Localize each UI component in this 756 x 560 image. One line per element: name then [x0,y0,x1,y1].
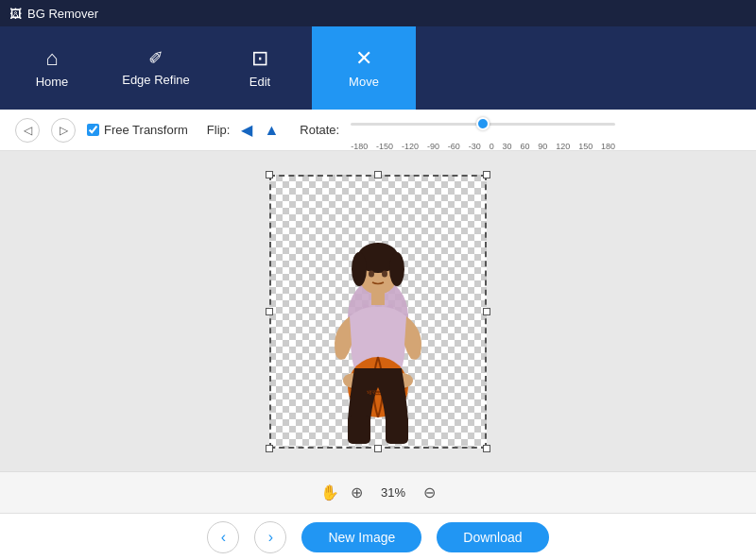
tool-home-label: Home [36,75,69,89]
rotate-slider[interactable] [351,123,615,126]
undo-button[interactable]: ◁ [15,118,40,143]
tool-edge-refine-label: Edge Refine [122,73,190,87]
status-bar: ✋ ⊕ 31% ⊖ [0,471,756,513]
prev-icon: ‹ [221,529,226,546]
handle-top-mid[interactable] [374,171,382,178]
download-button[interactable]: Download [437,522,548,552]
edit-icon: ⊡ [251,48,268,69]
app-title: BG Remover [27,7,98,21]
canvas-area[interactable]: भारत [0,151,756,471]
svg-point-6 [382,270,387,277]
svg-rect-11 [348,416,370,444]
handle-mid-right[interactable] [483,308,490,315]
prev-image-button[interactable]: ‹ [207,521,239,553]
flip-label: Flip: [207,123,231,137]
next-icon: › [268,529,273,546]
zoom-out-icon[interactable]: ⊖ [423,484,436,501]
handle-bottom-left[interactable] [266,445,273,452]
redo-button[interactable]: ▷ [51,118,76,143]
free-transform-checkbox[interactable] [87,124,99,136]
main-content: ◁ ▷ Free Transform Flip: ◀ ▲ Rotate: -18… [0,110,756,560]
handle-mid-left[interactable] [266,308,273,315]
rotate-ruler: -180 -150 -120 -90 -60 -30 0 30 60 90 12… [351,119,615,142]
tool-move-label: Move [349,75,379,89]
free-transform-toggle[interactable]: Free Transform [87,123,188,137]
title-bar: 🖼 BG Remover [0,0,756,26]
tool-move[interactable]: ✕ Move [312,26,416,110]
move-icon: ✕ [355,48,372,69]
flip-vertical-button[interactable]: ▲ [264,122,279,139]
toolbar: ⌂ Home ✐ Edge Refine ⊡ Edit ✕ Move [0,26,756,110]
edge-refine-icon: ✐ [148,49,163,67]
handle-top-left[interactable] [266,171,273,178]
svg-point-3 [352,252,367,286]
bottom-bar: ‹ › New Image Download [0,513,756,560]
image-canvas[interactable]: भारत [269,175,487,449]
handle-top-right[interactable] [483,171,490,178]
next-image-button[interactable]: › [254,521,286,553]
zoom-in-icon[interactable]: ⊕ [351,484,363,501]
tool-edit-label: Edit [249,75,270,89]
svg-text:भारत: भारत [367,389,380,396]
free-transform-label: Free Transform [104,123,188,137]
svg-rect-7 [371,292,385,305]
rotate-label: Rotate: [300,123,339,137]
tool-edit[interactable]: ⊡ Edit [208,26,312,110]
svg-point-4 [389,252,404,286]
flip-horizontal-button[interactable]: ◀ [241,121,252,139]
hand-tool-icon[interactable]: ✋ [320,484,339,501]
tool-edge-refine[interactable]: ✐ Edge Refine [104,26,208,110]
zoom-level: 31% [374,485,412,500]
svg-point-5 [369,270,374,277]
home-icon: ⌂ [45,48,58,69]
options-bar: ◁ ▷ Free Transform Flip: ◀ ▲ Rotate: -18… [0,110,756,151]
tool-home[interactable]: ⌂ Home [0,26,104,110]
handle-bottom-mid[interactable] [374,445,382,452]
new-image-button[interactable]: New Image [301,522,421,552]
handle-bottom-right[interactable] [483,445,490,452]
svg-rect-12 [386,416,408,444]
app-icon: 🖼 [9,7,22,21]
subject-image: भारत [302,222,454,449]
